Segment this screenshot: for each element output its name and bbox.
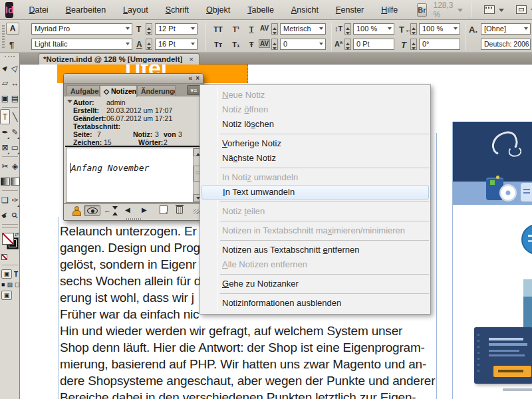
baseline-shift-field[interactable]: 0 Pt bbox=[353, 39, 394, 50]
formatting-affects-container-button[interactable]: ▣ bbox=[1, 269, 12, 279]
disclosure-triangle-icon[interactable] bbox=[67, 100, 72, 106]
default-fill-stroke-button[interactable] bbox=[1, 254, 7, 260]
line-tool[interactable]: ╲ bbox=[10, 109, 20, 124]
subscript-button[interactable]: T₁ bbox=[228, 39, 244, 51]
strikethrough-button[interactable]: Ŧ bbox=[243, 39, 259, 51]
apply-none-button[interactable]: ◻ bbox=[15, 281, 19, 288]
skew-stepper[interactable] bbox=[410, 39, 417, 50]
menu-hilfe[interactable]: Hilfe bbox=[372, 0, 406, 20]
context-menu-item-notiz-löschen[interactable]: Notiz löschen bbox=[200, 117, 430, 132]
convert-to-text-button[interactable]: ← bbox=[104, 206, 117, 215]
gap-tool[interactable]: ↔ bbox=[10, 75, 20, 90]
zoom-level-value[interactable]: 128,3 % bbox=[434, 1, 454, 19]
bridge-button[interactable]: Br bbox=[417, 3, 426, 17]
gradient-swatch-tool[interactable] bbox=[0, 174, 10, 189]
pen-tool[interactable]: ✒ bbox=[0, 124, 10, 140]
tracking-stepper[interactable] bbox=[271, 39, 278, 50]
context-menu-item-nächste-notiz[interactable]: Nächste Notiz bbox=[200, 151, 430, 166]
all-caps-button[interactable]: TT bbox=[210, 23, 226, 35]
frame-tool[interactable]: ⊠ bbox=[0, 140, 10, 155]
baseline-shift-stepper[interactable] bbox=[344, 39, 351, 50]
scissors-tool[interactable]: ✂ bbox=[0, 158, 10, 174]
language-select[interactable]: Deutsch: 2006 R bbox=[481, 39, 531, 50]
font-family-select[interactable]: Myriad Pro bbox=[31, 23, 132, 35]
next-note-button[interactable]: ▶ bbox=[142, 206, 147, 213]
context-menu-item-vorherige-notiz[interactable]: Vorherige Notiz bbox=[200, 136, 430, 151]
menu-objekt[interactable]: Objekt bbox=[198, 0, 239, 20]
fill-color-swatch[interactable] bbox=[2, 233, 14, 245]
context-menu-item-in-text-umwandeln[interactable]: In Text umwandeln bbox=[201, 185, 429, 200]
vertical-scale-select[interactable]: 100 % bbox=[353, 23, 394, 35]
kerning-stepper[interactable] bbox=[271, 23, 278, 35]
document-tab[interactable]: *Notizen.indd @ 128 % [Umgewandelt] × bbox=[39, 53, 200, 65]
free-transform-tool[interactable]: ◈ bbox=[10, 158, 20, 174]
tab-aufgaben[interactable]: Aufgaben bbox=[66, 85, 100, 96]
superscript-button[interactable]: T¹ bbox=[228, 23, 244, 35]
context-menu-item-gehe-zu-notizanker[interactable]: Gehe zu Notizanker bbox=[200, 277, 430, 291]
document-tab-close-icon[interactable]: × bbox=[189, 55, 194, 63]
hand-tool[interactable]: ☛ bbox=[0, 207, 10, 223]
leading-stepper[interactable] bbox=[146, 39, 152, 50]
font-size-select[interactable]: 12 Pt bbox=[155, 23, 198, 35]
underline-button[interactable]: T bbox=[243, 23, 259, 35]
panel-bottom-grip[interactable] bbox=[126, 218, 142, 220]
context-menu-item-notizinformationen-ausblenden[interactable]: Notizinformationen ausblenden bbox=[200, 296, 430, 311]
character-formatting-button[interactable]: A bbox=[6, 23, 19, 35]
tab-notizen[interactable]: ◇ Notizen bbox=[100, 85, 137, 97]
note-tool[interactable]: ❏ bbox=[0, 192, 10, 207]
tab-aenderungen[interactable]: Änderungen bbox=[137, 85, 176, 96]
selection-tool[interactable]: ► bbox=[0, 60, 10, 75]
content-collector-tool[interactable]: ▣ bbox=[0, 90, 10, 106]
skew-field[interactable]: 0° bbox=[419, 39, 460, 50]
panel-menu-button[interactable]: ▾≡ bbox=[187, 85, 201, 95]
panel-close-icon[interactable]: × bbox=[196, 74, 200, 82]
paragraph-formatting-button[interactable]: ¶ bbox=[9, 40, 14, 50]
show-hide-notes-button[interactable] bbox=[84, 205, 100, 216]
formatting-affects-text-button[interactable]: T bbox=[14, 271, 18, 278]
type-tool[interactable]: T bbox=[0, 109, 10, 124]
apply-color-button[interactable]: ■ bbox=[1, 281, 5, 288]
character-style-select[interactable]: [Ohne] bbox=[481, 23, 531, 35]
pencil-tool[interactable]: ✎ bbox=[10, 124, 20, 140]
panel-collapse-icon[interactable]: « bbox=[188, 74, 192, 82]
menu-fenster[interactable]: Fenster bbox=[327, 0, 372, 20]
notes-panel-titlebar[interactable]: « × bbox=[64, 74, 203, 84]
content-placer-tool[interactable]: ▤ bbox=[10, 90, 20, 106]
zoom-tool[interactable]: ⚲ bbox=[10, 207, 20, 223]
menu-ansicht[interactable]: Ansicht bbox=[283, 0, 327, 20]
horizontal-scale-select[interactable]: 100 % bbox=[419, 23, 460, 35]
eyedropper-tool[interactable]: ✑ bbox=[10, 192, 20, 207]
kerning-select[interactable]: Metrisch bbox=[280, 23, 326, 35]
view-options-button[interactable] bbox=[484, 5, 504, 14]
page-tool[interactable]: ▱ bbox=[0, 75, 10, 90]
previous-note-button[interactable]: ◀ bbox=[125, 206, 130, 213]
placed-website-image[interactable] bbox=[452, 122, 532, 399]
direct-selection-tool[interactable]: ▷ bbox=[10, 60, 20, 75]
vertical-scale-stepper[interactable] bbox=[344, 23, 351, 35]
swap-fill-stroke-icon[interactable]: ⇄ bbox=[15, 231, 19, 237]
apply-gradient-button[interactable]: ▨ bbox=[7, 281, 13, 288]
menu-datei[interactable]: Datei bbox=[20, 0, 57, 20]
leading-select[interactable]: 16 Pt bbox=[155, 39, 198, 50]
screen-mode-button[interactable]: ▣ bbox=[1, 291, 12, 300]
font-size-stepper[interactable] bbox=[146, 23, 152, 35]
rectangle-tool[interactable]: ▭ bbox=[10, 140, 20, 155]
small-caps-button[interactable]: Tт bbox=[210, 39, 226, 51]
menu-schrift[interactable]: Schrift bbox=[157, 0, 198, 20]
context-menu-item-notizen-aus-textabschnitt-entfernen[interactable]: Notizen aus Textabschnitt entfernen bbox=[200, 243, 430, 257]
menu-tabelle[interactable]: Tabelle bbox=[239, 0, 283, 20]
note-text[interactable]: Anfang November bbox=[70, 163, 149, 173]
new-note-button[interactable] bbox=[160, 205, 168, 214]
tools-panel-grip[interactable] bbox=[5, 56, 15, 59]
screen-mode-button[interactable] bbox=[516, 5, 532, 14]
menu-bearbeiten[interactable]: Bearbeiten bbox=[57, 0, 114, 20]
horizontal-scale-stepper[interactable] bbox=[410, 23, 417, 35]
control-bar-grip[interactable] bbox=[2, 25, 5, 48]
note-text-area[interactable]: Anfang November bbox=[66, 148, 202, 203]
delete-note-button[interactable] bbox=[176, 206, 183, 214]
gradient-feather-tool[interactable] bbox=[10, 174, 20, 189]
font-style-select[interactable]: Light Italic bbox=[31, 39, 132, 50]
tracking-select[interactable]: 0 bbox=[280, 39, 326, 50]
menu-layout[interactable]: Layout bbox=[114, 0, 157, 20]
zoom-dropdown-icon[interactable] bbox=[458, 9, 463, 15]
